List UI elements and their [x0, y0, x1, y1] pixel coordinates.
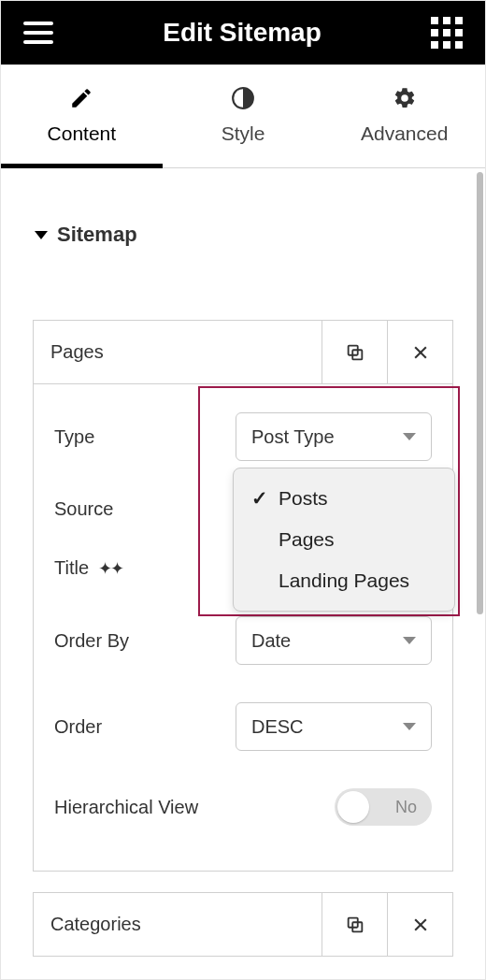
repeater-bar-categories: Categories [34, 893, 452, 956]
source-option-pages[interactable]: Pages [234, 519, 454, 560]
control-type: Type Post Type ✓ Posts [52, 394, 434, 480]
caret-down-icon [35, 231, 48, 239]
panel-scroll[interactable]: Sitemap Pages [1, 168, 485, 973]
tab-advanced[interactable]: Advanced [323, 65, 485, 167]
section-sitemap-header[interactable]: Sitemap [33, 195, 453, 264]
repeater-title-pages[interactable]: Pages [34, 321, 322, 383]
source-option-pages-label: Pages [279, 528, 335, 551]
panel-body: Sitemap Pages [1, 168, 485, 973]
editor-panel: Edit Sitemap Content Style Advanced [0, 0, 486, 980]
ai-sparkle-icon[interactable]: ✦✦ [98, 558, 122, 579]
order-value: DESC [251, 716, 304, 738]
type-select[interactable]: Post Type ✓ Posts Pages [236, 412, 432, 461]
hierarchical-label: Hierarchical View [54, 797, 198, 818]
tab-content-label: Content [1, 122, 163, 145]
control-hierarchical: Hierarchical View No [52, 770, 434, 844]
repeater-title-categories[interactable]: Categories [34, 893, 322, 956]
source-option-landing-pages[interactable]: Landing Pages [234, 560, 454, 601]
type-value: Post Type [251, 426, 335, 448]
repeater-item-pages: Pages Type Post Type [33, 320, 453, 872]
topbar: Edit Sitemap [1, 1, 485, 65]
tab-style-label: Style [163, 122, 324, 145]
repeater-bar-pages: Pages [34, 321, 452, 384]
source-dropdown: ✓ Posts Pages Landing Pages [233, 468, 455, 612]
gear-icon [393, 86, 417, 110]
repeater-body-pages: Type Post Type ✓ Posts [34, 384, 452, 871]
toggle-knob [337, 791, 369, 823]
scrollbar[interactable] [475, 168, 485, 973]
contrast-icon [231, 86, 255, 110]
copy-icon [345, 342, 365, 363]
remove-pages-button[interactable] [387, 321, 452, 383]
duplicate-pages-button[interactable] [322, 321, 387, 383]
hierarchical-value: No [395, 798, 417, 817]
orderby-label: Order By [54, 630, 129, 652]
repeater-item-categories: Categories [33, 892, 453, 957]
tab-content[interactable]: Content [1, 65, 163, 167]
tab-advanced-label: Advanced [323, 122, 485, 145]
order-select[interactable]: DESC [236, 702, 432, 751]
remove-categories-button[interactable] [387, 893, 452, 956]
tab-style[interactable]: Style [163, 65, 324, 167]
close-icon [411, 343, 430, 362]
order-label: Order [54, 716, 102, 738]
chevron-down-icon [403, 637, 416, 644]
orderby-value: Date [251, 630, 291, 652]
source-label: Source [54, 498, 113, 520]
menu-button[interactable] [23, 22, 53, 44]
orderby-select[interactable]: Date [236, 616, 432, 665]
chevron-down-icon [403, 723, 416, 730]
hierarchical-toggle[interactable]: No [335, 788, 432, 826]
tabs: Content Style Advanced [1, 65, 485, 168]
source-option-posts-label: Posts [279, 487, 328, 510]
copy-icon [345, 915, 365, 935]
pencil-icon [69, 86, 93, 110]
title-label: Title [54, 557, 89, 579]
check-icon: ✓ [250, 487, 269, 510]
source-option-posts[interactable]: ✓ Posts [234, 478, 454, 519]
apps-grid-button[interactable] [431, 17, 463, 49]
close-icon [411, 915, 430, 934]
scrollbar-thumb[interactable] [477, 172, 483, 614]
chevron-down-icon [403, 433, 416, 440]
source-option-landing-pages-label: Landing Pages [279, 569, 409, 592]
duplicate-categories-button[interactable] [322, 893, 387, 956]
panel-title: Edit Sitemap [163, 18, 322, 48]
section-title: Sitemap [57, 223, 137, 247]
type-label: Type [54, 426, 94, 448]
control-order: Order DESC [52, 684, 434, 770]
